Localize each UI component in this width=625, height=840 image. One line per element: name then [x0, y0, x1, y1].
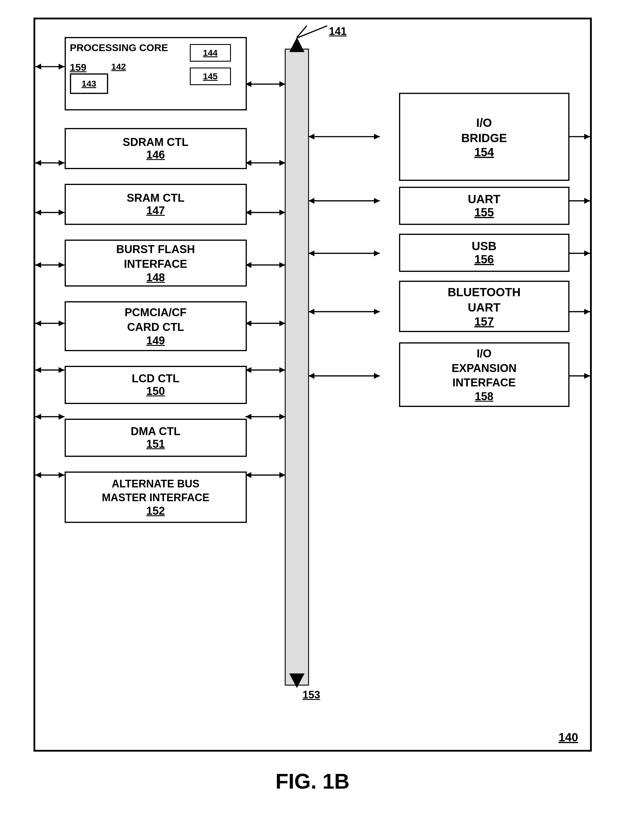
io-expansion-title: I/OEXPANSIONINTERFACE	[452, 346, 516, 390]
svg-marker-2	[289, 674, 305, 688]
svg-marker-68	[584, 133, 590, 139]
cpu-box-143: 143	[70, 73, 108, 94]
svg-marker-17	[279, 320, 285, 326]
svg-marker-53	[35, 262, 41, 268]
svg-marker-47	[35, 160, 41, 166]
svg-rect-0	[285, 49, 308, 685]
bluetooth-uart-title: BLUETOOTHUART	[448, 285, 521, 315]
lcd-ctl-title: LCD CTL	[132, 372, 180, 385]
svg-marker-35	[309, 250, 314, 256]
svg-line-82	[297, 26, 327, 38]
svg-marker-66	[59, 472, 64, 478]
ref-159: 159	[70, 62, 87, 73]
svg-marker-33	[374, 198, 379, 204]
io-bridge-block: I/OBRIDGE 154	[399, 93, 569, 181]
ref-141: 141	[329, 25, 347, 37]
pcmcia-title: PCMCIA/CFCARD CTL	[124, 305, 187, 335]
sdram-ctl-title: SDRAM CTL	[123, 136, 189, 149]
svg-marker-23	[279, 414, 285, 420]
ref-149: 149	[146, 335, 165, 347]
svg-marker-48	[59, 160, 64, 166]
burst-flash-title: BURST FLASHINTERFACE	[116, 242, 195, 271]
svg-marker-62	[35, 414, 41, 420]
svg-marker-20	[279, 367, 285, 373]
processing-core-block: PROCESSING CORE 159 143 142 144 145	[65, 37, 247, 110]
io-expansion-block: I/OEXPANSIONINTERFACE 158	[399, 343, 569, 407]
svg-marker-77	[584, 309, 590, 315]
usb-block: USB 156	[399, 234, 569, 272]
ref-147: 147	[146, 205, 165, 217]
alt-bus-master-block: ALTERNATE BUSMASTER INTERFACE 152	[65, 471, 247, 523]
svg-marker-59	[35, 367, 41, 373]
figure-caption: FIG. 1B	[275, 769, 349, 794]
svg-marker-8	[279, 160, 285, 166]
ref-151: 151	[146, 438, 165, 450]
ref-157: 157	[474, 315, 494, 328]
ref-153: 153	[303, 689, 320, 701]
ref-156: 156	[474, 253, 494, 266]
alt-bus-master-title: ALTERNATE BUSMASTER INTERFACE	[102, 477, 209, 505]
svg-marker-50	[35, 210, 41, 215]
svg-marker-14	[279, 262, 285, 268]
dma-ctl-block: DMA CTL 151	[65, 419, 247, 457]
svg-marker-39	[374, 309, 379, 315]
inner-box-144: 144	[190, 44, 231, 62]
svg-marker-1	[289, 37, 305, 52]
ref-140: 140	[558, 731, 578, 744]
io-bridge-title: I/OBRIDGE	[461, 115, 507, 146]
uart-block: UART 155	[399, 187, 569, 225]
svg-marker-74	[584, 250, 590, 256]
outer-box: 141 153 PROCESSING CORE 159 143 142 144 …	[34, 18, 592, 752]
svg-marker-38	[309, 309, 314, 315]
ref-150: 150	[146, 385, 165, 398]
svg-line-3	[297, 26, 307, 37]
svg-marker-42	[374, 373, 379, 379]
burst-flash-block: BURST FLASHINTERFACE 148	[65, 240, 247, 287]
usb-title: USB	[472, 240, 496, 253]
svg-marker-26	[279, 472, 285, 478]
svg-marker-36	[374, 250, 379, 256]
svg-marker-60	[59, 367, 64, 373]
sram-ctl-title: SRAM CTL	[127, 192, 184, 205]
lcd-ctl-block: LCD CTL 150	[65, 366, 247, 404]
ref-146: 146	[146, 149, 165, 161]
sdram-ctl-block: SDRAM CTL 146	[65, 128, 247, 169]
uart-title: UART	[468, 192, 501, 206]
svg-marker-11	[279, 210, 285, 215]
ref-155: 155	[474, 206, 494, 219]
processing-core-title: PROCESSING CORE	[70, 41, 168, 54]
svg-marker-56	[35, 320, 41, 326]
ref-152: 152	[146, 505, 165, 517]
svg-marker-29	[309, 133, 314, 139]
svg-marker-41	[309, 373, 314, 379]
svg-marker-54	[59, 262, 64, 268]
bluetooth-uart-block: BLUETOOTHUART 157	[399, 281, 569, 332]
svg-marker-63	[59, 414, 64, 420]
svg-marker-30	[374, 133, 379, 139]
ref-154: 154	[474, 146, 494, 159]
svg-marker-32	[309, 198, 314, 204]
sram-ctl-block: SRAM CTL 147	[65, 184, 247, 225]
svg-marker-5	[279, 81, 285, 87]
ref-158: 158	[475, 390, 493, 403]
ref-142: 142	[111, 62, 126, 72]
svg-marker-51	[59, 210, 64, 215]
svg-marker-71	[584, 198, 590, 204]
page-container: 141 153 PROCESSING CORE 159 143 142 144 …	[0, 0, 625, 840]
pcmcia-block: PCMCIA/CFCARD CTL 149	[65, 301, 247, 351]
svg-marker-45	[59, 64, 64, 70]
dma-ctl-title: DMA CTL	[131, 425, 181, 438]
svg-marker-65	[35, 472, 41, 478]
ref-148: 148	[146, 271, 165, 284]
svg-marker-44	[35, 64, 41, 70]
inner-box-145: 145	[190, 68, 231, 85]
svg-marker-80	[584, 373, 590, 379]
svg-marker-57	[59, 320, 64, 326]
